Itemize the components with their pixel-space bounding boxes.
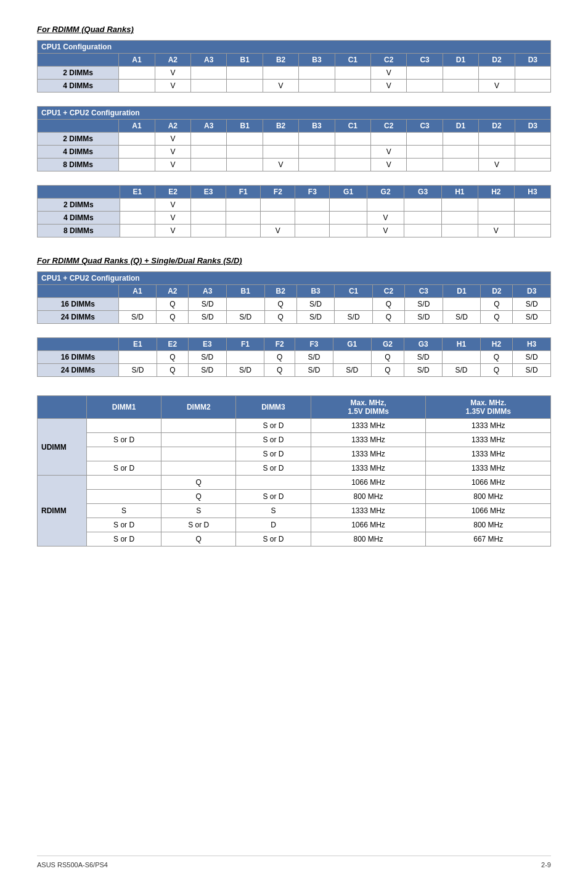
cell: V <box>155 67 190 80</box>
s2-cpu1cpu2-ab-table: CPU1 + CPU2 Configuration A1 A2 A3 B1 B2… <box>37 271 551 324</box>
cpu1cpu2-ef-table: E1 E2 E3 F1 F2 F3 G1 G2 G3 H1 H2 H3 2 DI… <box>37 185 551 237</box>
col-c3: C3 <box>407 54 443 67</box>
cpu1cpu2-header: CPU1 + CPU2 Configuration <box>38 107 551 120</box>
cell <box>515 67 550 80</box>
cell: V <box>479 80 515 93</box>
table-row: S or D S or D 1333 MHz 1333 MHz <box>38 461 551 476</box>
table-row: 8 DIMMs V V V V <box>38 225 551 237</box>
table-row: 4 DIMMs V V <box>38 146 551 159</box>
table-row: 16 DIMMs QS/D QS/D QS/D QS/D <box>38 298 551 311</box>
table-row: 24 DIMMs S/DQS/D S/DQS/D S/DQS/D S/DQS/D <box>38 311 551 324</box>
col-empty <box>38 120 119 133</box>
table-row: 24 DIMMs S/DQS/D S/DQS/D S/DQS/D S/DQS/D <box>38 364 551 377</box>
col-d2: D2 <box>479 54 515 67</box>
s2-header: CPU1 + CPU2 Configuration <box>38 272 551 285</box>
cell <box>335 67 370 80</box>
table-row: Q S or D 800 MHz 800 MHz <box>38 490 551 504</box>
cell: V <box>371 80 407 93</box>
col-d1: D1 <box>443 54 478 67</box>
section-rdimm-quad: For RDIMM (Quad Ranks) CPU1 Configuratio… <box>37 25 551 237</box>
col-c2: C2 <box>371 54 407 67</box>
col-empty <box>38 54 119 67</box>
row-label-udimm: UDIMM <box>38 419 87 476</box>
col-max135: Max. MHz.1.35V DIMMs <box>426 396 551 419</box>
cell <box>263 67 298 80</box>
cell <box>119 67 155 80</box>
col-a2: A2 <box>155 54 190 67</box>
row-label: 2 DIMMs <box>38 67 119 80</box>
col-dimm3: DIMM3 <box>236 396 311 419</box>
cpu1cpu2-ab-table: CPU1 + CPU2 Configuration A1 A2 A3 B1 B2… <box>37 106 551 171</box>
table-row: UDIMM S or D 1333 MHz 1333 MHz <box>38 419 551 433</box>
table-row: S or D Q S or D 800 MHz 667 MHz <box>38 532 551 547</box>
col-dimm1: DIMM1 <box>87 396 161 419</box>
cell <box>443 67 478 80</box>
table-row: S S S 1333 MHz 1066 MHz <box>38 504 551 518</box>
s2-cpu1cpu2-ef-table: E1 E2 E3 F1 F2 F3 G1 G2 G3 H1 H2 H3 16 D… <box>37 337 551 377</box>
cell <box>191 67 227 80</box>
table-row: S or D S or D D 1066 MHz 800 MHz <box>38 518 551 532</box>
table-row: 16 DIMMs QS/D QS/D QS/D QS/D <box>38 351 551 364</box>
footer: ASUS RS500A-S6/PS4 2-9 <box>37 856 551 868</box>
col-max15: Max. MHz,1.5V DIMMs <box>311 396 426 419</box>
cell <box>407 67 443 80</box>
cell <box>407 80 443 93</box>
footer-right: 2-9 <box>541 861 551 868</box>
section2-title: For RDIMM Quad Ranks (Q) + Single/Dual R… <box>37 256 551 265</box>
row-label: 4 DIMMs <box>38 80 119 93</box>
col-b3: B3 <box>299 54 335 67</box>
col-dimm2: DIMM2 <box>161 396 236 419</box>
cell <box>227 67 263 80</box>
table-row: 4 DIMMs V V <box>38 212 551 225</box>
row-label-rdimm: RDIMM <box>38 476 87 547</box>
cpu1-config-table: CPU1 Configuration A1 A2 A3 B1 B2 B3 C1 … <box>37 40 551 93</box>
table-row: 2 DIMMs V V <box>38 67 551 80</box>
cell <box>119 80 155 93</box>
table-row: 2 DIMMs V <box>38 199 551 212</box>
col-type <box>38 396 87 419</box>
cell <box>443 80 478 93</box>
cell <box>227 80 263 93</box>
footer-left: ASUS RS500A-S6/PS4 <box>37 861 108 868</box>
cell <box>299 80 335 93</box>
section-speed: DIMM1 DIMM2 DIMM3 Max. MHz,1.5V DIMMs Ma… <box>37 395 551 547</box>
cell <box>191 80 227 93</box>
table-row: S or D S or D 1333 MHz 1333 MHz <box>38 433 551 447</box>
table-row: RDIMM Q 1066 MHz 1066 MHz <box>38 476 551 490</box>
cell: V <box>155 80 190 93</box>
table-row: 4 DIMMs V V V V <box>38 80 551 93</box>
col-a3: A3 <box>191 54 227 67</box>
cpu1-header: CPU1 Configuration <box>38 41 551 54</box>
table-row: 8 DIMMs V V V V <box>38 159 551 171</box>
cell: V <box>263 80 298 93</box>
cell <box>515 80 550 93</box>
cell: V <box>371 67 407 80</box>
col-a1: A1 <box>119 54 155 67</box>
table-row: 2 DIMMs V <box>38 133 551 146</box>
col-b1: B1 <box>227 54 263 67</box>
table-row: S or D 1333 MHz 1333 MHz <box>38 447 551 461</box>
col-b2: B2 <box>263 54 298 67</box>
cell <box>335 80 370 93</box>
cell <box>479 67 515 80</box>
cell <box>299 67 335 80</box>
section1-title: For RDIMM (Quad Ranks) <box>37 25 551 34</box>
col-c1: C1 <box>335 54 370 67</box>
col-d3: D3 <box>515 54 550 67</box>
section-rdimm-quad-sd: For RDIMM Quad Ranks (Q) + Single/Dual R… <box>37 256 551 377</box>
